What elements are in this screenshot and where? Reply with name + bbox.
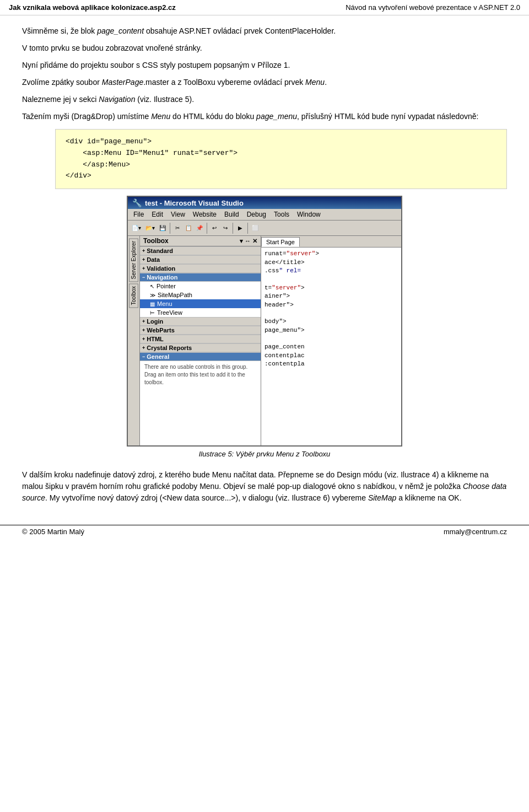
editor-line-1: runat="server">	[264, 250, 398, 258]
group-standard[interactable]: + Standard	[140, 246, 261, 255]
menu-build[interactable]: Build	[221, 210, 242, 219]
paragraph-5: Nalezneme jej v sekci Navigation (viz. I…	[22, 94, 507, 105]
nav-item-pointer-label: Pointer	[156, 283, 176, 289]
editor-content: runat="server"> ace</title> .css" rel= t…	[261, 248, 401, 443]
editor-line-14: :contentpla	[264, 360, 398, 368]
inline-page-menu: page_menu	[256, 112, 297, 121]
site-title: Jak vznikala webová aplikace kolonizace.…	[9, 3, 176, 12]
group-crystal[interactable]: + Crystal Reports	[140, 343, 261, 352]
editor-line-13: contentplac	[264, 352, 398, 360]
group-webparts-label: WebParts	[147, 327, 175, 334]
toolbox-ctrl-close[interactable]: ✕	[252, 238, 257, 245]
editor-line-11	[264, 335, 398, 343]
vs-left-tabs: Server Explorer Toolbox	[128, 236, 140, 445]
toolbar-paste[interactable]: 📌	[195, 224, 204, 232]
group-navigation-label: Navigation	[147, 274, 177, 281]
editor-line-2: ace</title>	[264, 259, 398, 267]
menu-debug[interactable]: Debug	[244, 210, 269, 219]
server-explorer-tab[interactable]: Server Explorer	[129, 238, 138, 282]
paragraph-6: Tažením myši (Drag&Drop) umístíme Menu d…	[22, 111, 507, 122]
general-content: There are no usable controls in this gro…	[140, 361, 261, 389]
group-general[interactable]: − General	[140, 352, 261, 361]
toolbox-title: Toolbox	[143, 237, 169, 245]
group-login[interactable]: + Login	[140, 317, 261, 326]
toolbar-sep1	[170, 223, 170, 234]
editor-line-12: page_conten	[264, 343, 398, 351]
editor-line-6: ainer">	[264, 292, 398, 300]
editor-line-3: .css" rel=	[264, 267, 398, 275]
toolbox-header-controls: ▾ ↔ ✕	[240, 238, 257, 245]
toolbar-extra[interactable]: ⬜	[250, 224, 260, 232]
group-general-label: General	[147, 353, 169, 360]
expand-login-icon: +	[142, 319, 145, 324]
editor-line-4	[264, 275, 398, 283]
paragraph-4: Zvolíme zpátky soubor MasterPage.master …	[22, 77, 507, 88]
toolbar-cut[interactable]: ✂	[172, 224, 182, 232]
expand-data-icon: +	[142, 257, 145, 262]
main-content: Všimněme si, že blok page_content obsahu…	[0, 15, 529, 519]
group-webparts[interactable]: + WebParts	[140, 326, 261, 335]
editor-line-9: body">	[264, 318, 398, 326]
toolbar-debug[interactable]: ▶	[235, 224, 245, 232]
menu-window[interactable]: Window	[294, 210, 324, 219]
menu-file[interactable]: File	[130, 210, 147, 219]
menu-icon: ▦	[150, 301, 155, 307]
group-data[interactable]: + Data	[140, 255, 261, 264]
toolbox-ctrl-dropdown[interactable]: ▾	[240, 238, 243, 245]
nav-item-sitemappath-label: SiteMapPath	[158, 292, 192, 298]
nav-item-menu[interactable]: ▦ Menu	[140, 299, 261, 308]
expand-general-icon: −	[142, 354, 145, 359]
toolbox-header: Toolbox ▾ ↔ ✕	[140, 236, 261, 246]
toolbar-save[interactable]: 💾	[158, 224, 168, 232]
toolbar-undo[interactable]: ↩	[209, 224, 219, 232]
toolbar-open[interactable]: 📂▾	[144, 224, 156, 232]
general-text: There are no usable controls in this gro…	[144, 364, 247, 385]
menu-view[interactable]: View	[168, 210, 188, 219]
vs-window: 🔧 test - Microsoft Visual Studio File Ed…	[127, 196, 402, 447]
footer-email: mmaly@centrum.cz	[444, 528, 507, 536]
group-standard-label: Standard	[147, 248, 173, 254]
nav-item-treeview-label: TreeView	[157, 309, 182, 316]
expand-crystal-icon: +	[142, 345, 145, 351]
inline-italic-1: page_content	[97, 26, 144, 35]
group-crystal-label: Crystal Reports	[147, 345, 192, 351]
vs-toolbar: 📄▾ 📂▾ 💾 ✂ 📋 📌 ↩ ↪ ▶ ⬜	[128, 221, 401, 236]
menu-website[interactable]: Website	[190, 210, 220, 219]
toolbar-new[interactable]: 📄▾	[130, 224, 143, 232]
editor-tab-startpage[interactable]: Start Page	[261, 237, 300, 247]
toolbar-sep4	[247, 223, 248, 234]
vs-titlebar: 🔧 test - Microsoft Visual Studio	[128, 197, 401, 209]
group-navigation[interactable]: − Navigation	[140, 273, 261, 282]
menu-tools[interactable]: Tools	[271, 210, 293, 219]
paragraph-2: V tomto prvku se budou zobrazovat vnořen…	[22, 42, 507, 54]
group-login-label: Login	[147, 318, 163, 325]
code-block: <div id="page_menu"> <asp:Menu ID="Menu1…	[55, 129, 507, 189]
expand-navigation-icon: −	[142, 275, 145, 280]
expand-webparts-icon: +	[142, 327, 145, 333]
toolbox-side-tab[interactable]: Toolbox	[129, 283, 138, 308]
group-html[interactable]: + HTML	[140, 335, 261, 343]
pointer-icon: ↖	[150, 283, 154, 289]
expand-validation-icon: +	[142, 266, 145, 271]
toolbar-redo[interactable]: ↪	[220, 224, 230, 232]
group-validation[interactable]: + Validation	[140, 264, 261, 273]
group-html-label: HTML	[147, 336, 164, 342]
nav-link: Návod na vytvoření webové prezentace v A…	[346, 3, 520, 12]
sitemappath-icon: ≫	[150, 292, 155, 298]
toolbox-ctrl-pin[interactable]: ↔	[245, 238, 251, 245]
nav-item-treeview: ⊢ TreeView	[140, 308, 261, 317]
toolbar-copy[interactable]: 📋	[183, 224, 193, 232]
paragraph-3: Nyní přidáme do projektu soubor s CSS st…	[22, 60, 507, 71]
screenshot-area: 🔧 test - Microsoft Visual Studio File Ed…	[22, 196, 507, 466]
nav-item-pointer: ↖ Pointer	[140, 282, 261, 291]
vs-body: Server Explorer Toolbox Toolbox ▾ ↔ ✕	[128, 236, 401, 445]
group-validation-label: Validation	[147, 265, 175, 272]
vs-menubar[interactable]: File Edit View Website Build Debug Tools…	[128, 209, 401, 221]
vs-title: test - Microsoft Visual Studio	[145, 199, 244, 207]
editor-line-5: t="server">	[264, 284, 398, 292]
paragraph-1: Všimněme si, že blok page_content obsahu…	[22, 25, 507, 37]
inline-menu: Menu	[305, 78, 325, 87]
vs-toolbox: Toolbox ▾ ↔ ✕ + Standard	[140, 236, 261, 445]
menu-edit[interactable]: Edit	[148, 210, 166, 219]
page-footer: © 2005 Martin Malý mmaly@centrum.cz	[0, 525, 529, 538]
